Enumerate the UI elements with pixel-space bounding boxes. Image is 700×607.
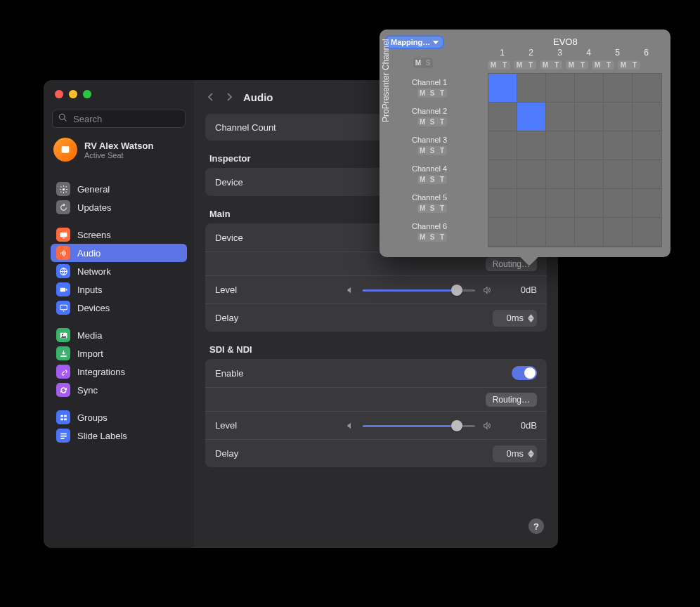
routing-cell[interactable] (488, 160, 517, 189)
sidebar-item-groups[interactable]: Groups (51, 408, 187, 426)
account-status: Active Seat (84, 151, 153, 159)
main-delay-label: Delay (215, 313, 238, 323)
main-delay-stepper[interactable]: 0ms (493, 310, 537, 327)
column-mt[interactable]: MT (488, 60, 510, 70)
routing-cell[interactable] (575, 103, 604, 131)
row-label: Channel 4MST (412, 159, 447, 188)
main-level-value: 0dB (499, 285, 537, 295)
sidebar-item-updates[interactable]: Updates (51, 198, 187, 216)
routing-cell[interactable] (546, 218, 575, 247)
sidebar-item-general[interactable]: General (51, 180, 187, 198)
zoom-window-button[interactable] (83, 90, 91, 98)
sidebar-item-integrations[interactable]: Integrations (51, 363, 187, 381)
main-level-slider[interactable] (363, 285, 475, 296)
forward-button[interactable] (225, 93, 233, 101)
minimize-window-button[interactable] (69, 90, 77, 98)
routing-cell[interactable] (604, 131, 633, 160)
column-mt[interactable]: MT (618, 60, 640, 70)
routing-title: EVO8 (553, 37, 578, 47)
row-mst[interactable]: MST (417, 89, 447, 98)
routing-cell[interactable] (517, 131, 546, 160)
routing-cell[interactable] (604, 160, 633, 189)
routing-cell[interactable] (517, 160, 546, 189)
row-mst[interactable]: MST (417, 146, 447, 155)
routing-cell[interactable] (546, 131, 575, 160)
routing-cell[interactable] (633, 189, 661, 218)
row-mst[interactable]: MST (417, 175, 447, 184)
import-icon (56, 346, 70, 360)
routing-cell[interactable] (604, 189, 633, 218)
svg-rect-0 (62, 146, 70, 152)
sidebar-nav: GeneralUpdatesScreensAudioNetworkInputsD… (44, 171, 194, 445)
routing-cell[interactable] (488, 189, 517, 218)
account-row[interactable]: RV Alex Watson Active Seat (44, 135, 194, 171)
routing-cell[interactable] (575, 74, 604, 103)
routing-cell[interactable] (488, 103, 517, 131)
routing-cell[interactable] (633, 103, 661, 131)
row-mst[interactable]: MST (417, 204, 447, 213)
mapping-button[interactable]: Mapping… (387, 37, 443, 48)
row-mst[interactable]: MST (417, 117, 447, 126)
routing-cell[interactable] (517, 189, 546, 218)
sidebar-item-audio[interactable]: Audio (51, 244, 187, 262)
sidebar-item-sync[interactable]: Sync (51, 381, 187, 399)
routing-cell[interactable] (575, 160, 604, 189)
sdi-level-slider[interactable] (363, 420, 475, 431)
sidebar-item-label: Screens (77, 230, 111, 240)
routing-cell[interactable] (633, 131, 661, 160)
sidebar-item-label: Audio (77, 248, 101, 259)
mapping-button-label: Mapping… (391, 38, 430, 46)
sidebar-item-screens[interactable]: Screens (51, 226, 187, 244)
routing-cell[interactable] (546, 160, 575, 189)
column-mt[interactable]: MT (566, 60, 588, 70)
column-mt[interactable]: MT (592, 60, 614, 70)
routing-cell[interactable] (546, 74, 575, 103)
column-mt[interactable]: MT (514, 60, 536, 70)
routing-cell[interactable] (546, 103, 575, 131)
sidebar-item-inputs[interactable]: Inputs (51, 280, 187, 299)
routing-matrix[interactable] (488, 73, 662, 247)
main-level-row: Level 0dB (205, 275, 547, 304)
sdi-level-value: 0dB (499, 420, 537, 431)
routing-cell[interactable] (575, 218, 604, 247)
search-field[interactable] (52, 110, 186, 128)
volume-high-icon (482, 421, 492, 431)
routing-cell[interactable] (488, 74, 517, 103)
sdi-delay-stepper[interactable]: 0ms (493, 445, 537, 462)
routing-cell[interactable] (488, 131, 517, 160)
column-number: 6 (632, 48, 661, 58)
routing-cell[interactable] (575, 189, 604, 218)
sdi-enable-toggle[interactable] (512, 366, 537, 380)
routing-cell[interactable] (633, 74, 661, 103)
help-button[interactable]: ? (529, 518, 544, 534)
sidebar-item-network[interactable]: Network (51, 262, 187, 280)
routing-cell[interactable] (517, 218, 546, 247)
routing-cell[interactable] (604, 218, 633, 247)
routing-cell[interactable] (517, 103, 546, 131)
routing-cell[interactable] (488, 218, 517, 247)
stepper-down-icon[interactable] (528, 318, 534, 322)
sidebar-item-import[interactable]: Import (51, 344, 187, 363)
back-button[interactable] (207, 93, 215, 101)
search-input[interactable] (72, 113, 179, 125)
row-mst[interactable]: MST (417, 233, 447, 242)
routing-cell[interactable] (575, 131, 604, 160)
stepper-down-icon[interactable] (528, 454, 534, 458)
routing-cell[interactable] (604, 103, 633, 131)
routing-cell[interactable] (633, 160, 661, 189)
sidebar-item-devices[interactable]: Devices (51, 299, 187, 317)
volume-low-icon (346, 285, 356, 295)
column-mt[interactable]: MT (540, 60, 562, 70)
svg-point-1 (62, 188, 64, 190)
sdi-routing-button[interactable]: Routing… (486, 393, 537, 407)
routing-cell[interactable] (604, 74, 633, 103)
column-number: 4 (574, 48, 603, 58)
routing-cell[interactable] (633, 218, 661, 247)
sidebar-item-media[interactable]: Media (51, 326, 187, 344)
close-window-button[interactable] (55, 90, 63, 98)
routing-cell[interactable] (517, 74, 546, 103)
avatar (53, 138, 77, 162)
sidebar-item-slide-labels[interactable]: Slide Labels (51, 426, 187, 445)
svg-point-11 (63, 311, 64, 312)
routing-cell[interactable] (546, 189, 575, 218)
